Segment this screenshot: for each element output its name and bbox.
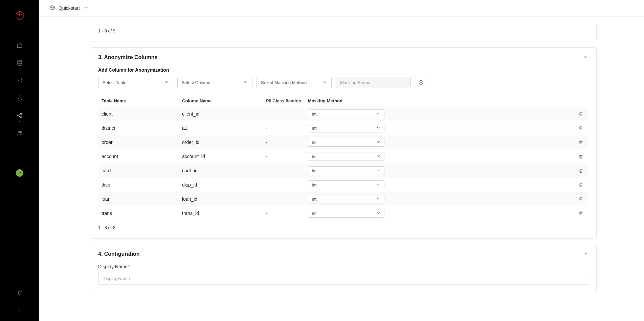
add-column-label: Add Column for Anonymization [98,67,588,73]
section-title: 3. Anonymize Columns [98,54,157,60]
method-value: Int [312,126,316,131]
delete-row-button[interactable] [578,168,583,173]
chevron-up-icon [583,55,588,60]
masking-method-select[interactable]: Int [308,195,384,203]
section-title: 4. Configuration [98,251,140,257]
cell-table-name: disp [98,182,182,188]
user-avatar[interactable]: Fa [16,169,23,177]
section-header-configuration[interactable]: 4. Configuration [90,244,596,264]
app-logo [14,9,26,22]
method-value: Int [312,211,316,216]
nav-users[interactable] [16,130,23,137]
nav-debug[interactable] [16,289,23,296]
cell-table-name: loan [98,196,182,202]
delete-row-button[interactable] [578,197,583,202]
table-row: order order_id - Int [98,135,588,149]
nav-list: Fa [10,42,29,177]
nav-database[interactable] [16,59,23,66]
svg-point-3 [20,117,22,118]
cell-column-name: disp_id [182,182,266,188]
cell-table-name: order [98,140,182,145]
chevron-down-icon [376,196,381,202]
table-row: trans trans_id - Int [98,206,588,220]
method-value: Int [312,197,316,202]
masking-format-input[interactable] [336,77,411,88]
cell-table-name: account [98,154,182,159]
section-header-anonymize[interactable]: 3. Anonymize Columns [90,48,596,67]
delete-row-button[interactable] [578,112,583,117]
svg-point-4 [18,131,20,133]
nav-tools[interactable] [16,77,23,84]
cell-table-name: trans [98,211,182,216]
cell-column-name: client_id [182,111,266,117]
header-table-name: Table Name [98,98,182,103]
cell-column-name: order_id [182,140,266,145]
table-header-row: Table Name Column Name PII Classificatio… [98,95,588,107]
display-name-label: Display Name* [98,264,588,269]
cell-pii: - [266,182,308,188]
nav-experiments[interactable] [16,95,23,101]
method-value: Int [312,112,316,117]
cell-pii: - [266,111,308,117]
select-column-dropdown[interactable]: Select Column [177,77,252,88]
pagination-text: 1 - 8 of 8 [98,225,588,230]
cell-column-name: a1 [182,125,266,131]
table-row: loan loan_id - Int [98,192,588,206]
cell-pii: - [266,211,308,216]
header-method: Masking Method [308,98,385,103]
cell-pii: - [266,168,308,173]
svg-point-6 [18,291,21,295]
delete-row-button[interactable] [578,211,583,216]
select-table-placeholder: Select Table [103,80,127,85]
table-row: account account_id - Int [98,149,588,164]
select-masking-method-dropdown[interactable]: Select Masking Method [257,77,332,88]
delete-row-button[interactable] [578,182,583,188]
masking-method-select[interactable]: Int [308,138,384,147]
box-icon [49,5,55,12]
topbar: Quickstart [39,0,644,17]
chevron-down-icon [243,80,248,85]
sidebar-expand-button[interactable] [16,306,23,313]
select-table-dropdown[interactable]: Select Table [98,77,173,88]
method-value: Int [312,168,316,173]
cell-column-name: trans_id [182,211,266,216]
nav-share[interactable] [16,112,23,119]
masking-method-select[interactable]: Int [308,152,384,161]
cell-column-name: account_id [182,154,266,159]
required-asterisk: * [128,264,129,269]
select-method-placeholder: Select Masking Method [261,80,307,85]
header-column-name: Column Name [182,98,266,103]
chevron-down-icon[interactable] [83,5,88,11]
svg-point-1 [20,113,22,115]
cell-table-name: client [98,111,182,117]
chevron-down-icon [376,154,381,159]
configuration-card: 4. Configuration Display Name* [90,244,597,293]
cell-table-name: district [98,125,182,131]
delete-row-button[interactable] [578,154,583,159]
add-column-button[interactable] [415,77,427,88]
chevron-up-icon [583,251,588,257]
cell-table-name: card [98,168,182,173]
cell-pii: - [266,140,308,145]
header-pii: PII Classification [266,98,308,103]
nav-home[interactable] [16,42,23,49]
method-value: Int [312,182,316,188]
svg-point-0 [18,60,22,62]
anonymize-table: Table Name Column Name PII Classificatio… [98,95,588,220]
masking-method-select[interactable]: Int [308,180,384,189]
chevron-down-icon [376,125,381,131]
table-row: card card_id - Int [98,164,588,178]
delete-row-button[interactable] [578,126,583,131]
masking-method-select[interactable]: Int [308,109,384,118]
method-value: Int [312,154,316,159]
masking-method-select[interactable]: Int [308,166,384,175]
display-name-label-text: Display Name [98,264,128,269]
masking-method-select[interactable]: Int [308,209,384,218]
delete-row-button[interactable] [578,140,583,145]
select-column-placeholder: Select Column [182,80,210,85]
cell-pii: - [266,196,308,202]
chevron-down-icon [164,80,169,85]
chevron-down-icon [376,140,381,145]
masking-method-select[interactable]: Int [308,124,384,132]
display-name-input[interactable] [98,272,588,285]
